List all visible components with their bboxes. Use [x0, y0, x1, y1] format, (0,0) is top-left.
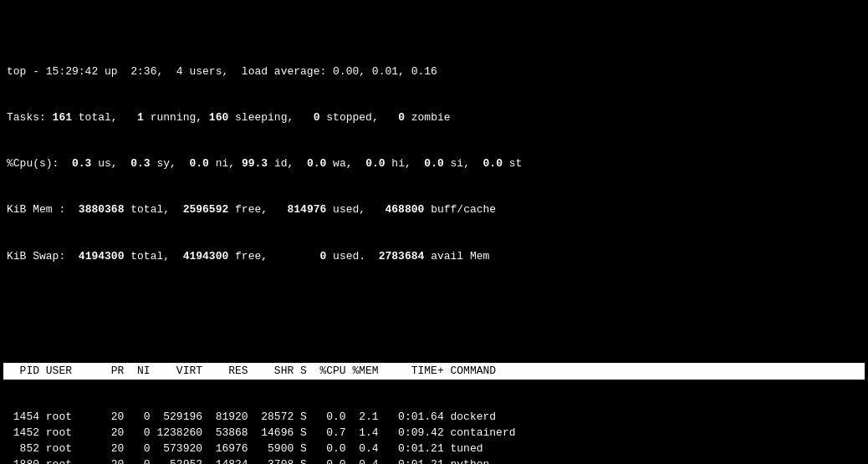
mem-free-label: free,	[228, 203, 287, 216]
tasks-sleeping: 160	[209, 111, 228, 124]
cpu-ni: 0.0	[189, 157, 208, 170]
header-line-3: %Cpu(s): 0.3 us, 0.3 sy, 0.0 ni, 99.3 id…	[7, 156, 861, 172]
cpu-hi: 0.0	[365, 157, 385, 170]
table-header: PID USER PR NI VIRT RES SHR S %CPU %MEM …	[3, 363, 865, 380]
tasks-zombie: 0	[398, 111, 405, 124]
cpu-id: 99.3	[242, 157, 268, 170]
cpu-us-label: us,	[91, 157, 130, 170]
mem-total: 3880368	[79, 203, 125, 216]
cpu-sy: 0.3	[130, 157, 150, 170]
cpu-hi-label: hi,	[385, 157, 425, 170]
swap-total-label: total,	[124, 250, 182, 263]
swap-used-label: used.	[326, 250, 378, 263]
mem-total-label: total,	[124, 203, 182, 216]
swap-free-label: free,	[228, 250, 319, 263]
cpu-wa: 0.0	[307, 157, 326, 170]
cpu-sy-label: sy,	[151, 157, 190, 170]
swap-free: 4194300	[183, 250, 229, 263]
table-body: 1454 root 20 0 529196 81920 28572 S 0.0 …	[3, 410, 865, 464]
cpu-st-label: st	[503, 157, 522, 170]
table-row: 1454 root 20 0 529196 81920 28572 S 0.0 …	[7, 410, 861, 426]
tasks-sleeping-label: sleeping,	[228, 111, 313, 124]
cpu-wa-label: wa,	[326, 157, 365, 170]
header-line-1: top - 15:29:42 up 2:36, 4 users, load av…	[7, 64, 861, 80]
cpu-id-label: id,	[268, 157, 307, 170]
table-row: 1452 root 20 0 1238260 53868 14696 S 0.7…	[7, 426, 861, 441]
tasks-stopped: 0	[314, 111, 320, 124]
tasks-label: Tasks:	[7, 111, 53, 124]
header-line-2: Tasks: 161 total, 1 running, 160 sleepin…	[7, 110, 861, 126]
cpu-label: %Cpu(s):	[7, 157, 72, 170]
cpu-ni-label: ni,	[209, 157, 242, 170]
mem-free: 2596592	[183, 203, 229, 216]
cpu-st: 0.0	[483, 157, 503, 170]
swap-label: KiB Swap:	[7, 250, 79, 263]
table-row: 1880 root 20 0 52952 14824 3708 S 0.0 0.…	[7, 457, 861, 464]
cpu-si: 0.0	[424, 157, 443, 170]
tasks-running: 1	[137, 111, 144, 124]
swap-avail: 2783684	[379, 250, 425, 263]
table-row: 852 root 20 0 573920 16976 5900 S 0.0 0.…	[7, 441, 861, 457]
mem-used-label: used,	[326, 203, 385, 216]
cpu-us: 0.3	[72, 157, 91, 170]
header-line-5: KiB Swap: 4194300 total, 4194300 free, 0…	[7, 249, 861, 265]
mem-used: 814976	[287, 203, 326, 216]
mem-cache-label: buff/cache	[424, 203, 496, 216]
cpu-si-label: si,	[444, 157, 483, 170]
mem-cache: 468800	[385, 203, 425, 216]
tasks-zombie-label: zombie	[405, 111, 451, 124]
header-line-4: KiB Mem : 3880368 total, 2596592 free, 8…	[7, 202, 861, 218]
header-section: top - 15:29:42 up 2:36, 4 users, load av…	[3, 32, 865, 296]
terminal-window: top - 15:29:42 up 2:36, 4 users, load av…	[0, 0, 868, 464]
tasks-total: 161	[53, 111, 72, 124]
swap-total: 4194300	[79, 250, 125, 263]
mem-label: KiB Mem :	[7, 203, 79, 216]
tasks-running-label: running,	[144, 111, 209, 124]
swap-avail-label: avail Mem	[424, 250, 489, 263]
tasks-total-label: total,	[72, 111, 137, 124]
tasks-stopped-label: stopped,	[320, 111, 399, 124]
